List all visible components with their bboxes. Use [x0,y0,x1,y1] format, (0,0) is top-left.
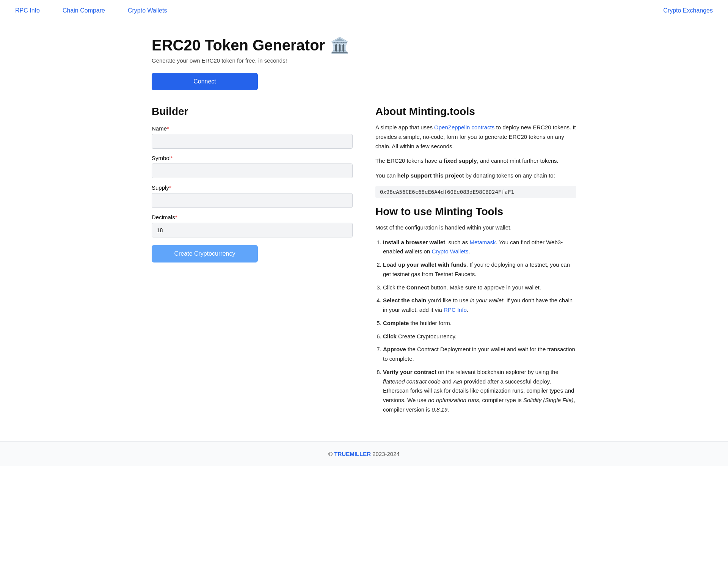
step-3: Click the Connect button. Make sure to a… [383,283,576,292]
about-paragraph-2: The ERC20 tokens have a fixed supply, an… [375,156,576,166]
decimals-form-group: Decimals* [152,214,353,237]
step-2: Load up your wallet with funds. If you'r… [383,260,576,279]
page-subtitle: Generate your own ERC20 token for free, … [152,57,576,64]
decimals-label: Decimals* [152,214,353,220]
nav-chain-compare[interactable]: Chain Compare [63,7,105,14]
how-to-steps: Install a browser wallet, such as Metama… [375,238,576,415]
nav-crypto-wallets[interactable]: Crypto Wallets [128,7,167,14]
decimals-input[interactable] [152,223,353,237]
navigation: RPC Info Chain Compare Crypto Wallets Cr… [0,0,728,21]
wallet-address: 0x98eA56CE6c68eE6A4df60Ee083dE98CBD24Ffa… [375,186,576,198]
footer-brand-link[interactable]: TRUEMILLER [334,451,371,457]
step-5: Complete the builder form. [383,319,576,328]
supply-label: Supply* [152,184,353,191]
name-input[interactable] [152,134,353,149]
about-title: About Minting.tools [375,105,576,118]
footer-copyright: © [328,451,334,457]
page-title: ERC20 Token Generator [152,37,325,54]
how-to-intro: Most of the configuration is handled wit… [375,223,576,233]
symbol-required-star: * [171,155,173,161]
page-title-row: ERC20 Token Generator 🏛️ [152,36,576,54]
supply-form-group: Supply* [152,184,353,208]
how-to-title: How to use Minting Tools [375,206,576,218]
step-8: Verify your contract on the relevant blo… [383,368,576,415]
name-form-group: Name* [152,125,353,149]
info-section: About Minting.tools A simple app that us… [375,105,576,418]
name-label: Name* [152,125,353,132]
crypto-wallets-link[interactable]: Crypto Wallets [431,248,468,255]
about-paragraph-3: You can help support this project by don… [375,171,576,181]
step-7: Approve the Contract Deployment in your … [383,345,576,364]
name-required-star: * [167,125,169,132]
decimals-required-star: * [175,214,177,220]
symbol-form-group: Symbol* [152,155,353,178]
supply-input[interactable] [152,193,353,208]
step-1: Install a browser wallet, such as Metama… [383,238,576,257]
footer: © TRUEMILLER 2023-2024 [0,441,728,466]
footer-year: 2023-2024 [371,451,400,457]
symbol-input[interactable] [152,163,353,178]
builder-title: Builder [152,105,353,118]
two-column-layout: Builder Name* Symbol* Supply* [152,105,576,418]
nav-rpc-info[interactable]: RPC Info [15,7,40,14]
rpc-info-link[interactable]: RPC Info [444,307,467,313]
metamask-link[interactable]: Metamask [469,239,496,245]
nav-crypto-exchanges[interactable]: Crypto Exchanges [663,7,713,14]
about-paragraph-1: A simple app that uses OpenZeppelin cont… [375,123,576,151]
step-4: Select the chain you'd like to use in yo… [383,296,576,315]
supply-required-star: * [169,184,171,191]
connect-button[interactable]: Connect [152,73,258,90]
coin-icon: 🏛️ [330,36,349,54]
step-6: Click Create Cryptocurrency. [383,332,576,341]
openzeppelin-link[interactable]: OpenZeppelin contracts [434,124,494,130]
create-cryptocurrency-button[interactable]: Create Cryptocurrency [152,245,258,262]
symbol-label: Symbol* [152,155,353,161]
builder-section: Builder Name* Symbol* Supply* [152,105,353,262]
